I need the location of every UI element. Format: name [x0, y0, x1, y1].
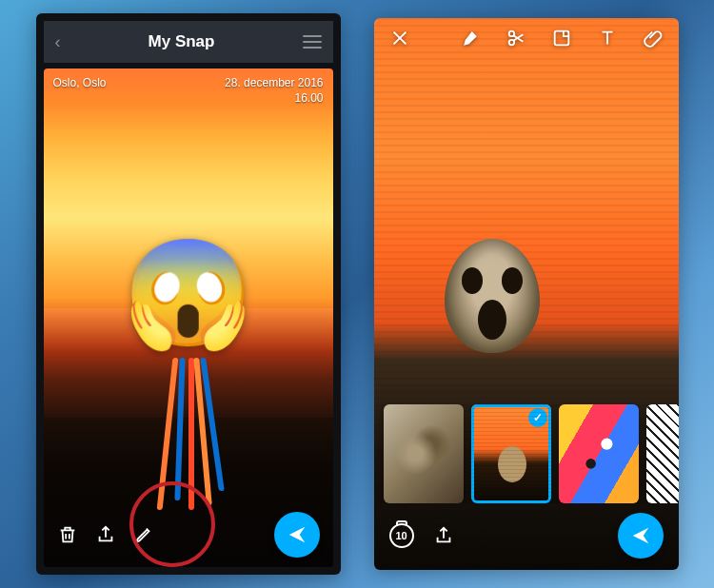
menu-button[interactable]	[303, 35, 322, 49]
edit-canvas[interactable]: ✓ 10	[374, 18, 679, 570]
send-button[interactable]	[274, 512, 320, 558]
paperclip-icon[interactable]	[643, 28, 664, 49]
snap-edit-screen: ✓ 10	[374, 18, 679, 570]
header-bar: ‹ My Snap	[44, 21, 333, 63]
my-snap-screen: ‹ My Snap Oslo, Oslo 28. december 2016 1…	[36, 13, 341, 575]
scissors-icon[interactable]	[506, 28, 526, 49]
pencil-icon[interactable]	[133, 524, 154, 545]
brush-icon[interactable]	[460, 28, 481, 49]
selected-check-icon: ✓	[528, 408, 547, 427]
snap-date: 28. december 2016	[225, 76, 323, 89]
scream-figure	[445, 239, 559, 382]
send-button[interactable]	[618, 513, 664, 559]
snap-photo[interactable]: Oslo, Oslo 28. december 2016 16.00 😱	[44, 69, 333, 567]
back-button[interactable]: ‹	[55, 32, 61, 52]
filter-carousel[interactable]: ✓	[374, 404, 679, 503]
timer-value: 10	[395, 530, 407, 541]
edit-bottom-toolbar: 10	[374, 513, 679, 559]
snap-bottom-toolbar	[44, 512, 333, 558]
svg-rect-2	[554, 31, 568, 46]
snap-time: 16.00	[294, 91, 323, 105]
text-icon[interactable]	[597, 28, 618, 49]
edit-top-toolbar	[374, 28, 679, 49]
timer-icon[interactable]: 10	[389, 523, 414, 548]
filter-abstract[interactable]	[384, 404, 464, 503]
trash-icon[interactable]	[57, 524, 78, 545]
header-title: My Snap	[149, 32, 215, 51]
share-icon[interactable]	[95, 524, 116, 545]
sticker-icon[interactable]	[551, 28, 572, 49]
filter-popart[interactable]	[559, 404, 639, 503]
filter-scream[interactable]: ✓	[471, 404, 551, 503]
filter-comic[interactable]	[646, 404, 679, 503]
close-icon[interactable]	[389, 28, 410, 49]
scream-emoji-sticker: 😱	[123, 241, 253, 345]
snap-metadata: Oslo, Oslo 28. december 2016 16.00	[53, 76, 324, 106]
share-icon[interactable]	[433, 525, 454, 546]
paint-drips	[160, 358, 217, 510]
snap-location: Oslo, Oslo	[53, 76, 107, 106]
